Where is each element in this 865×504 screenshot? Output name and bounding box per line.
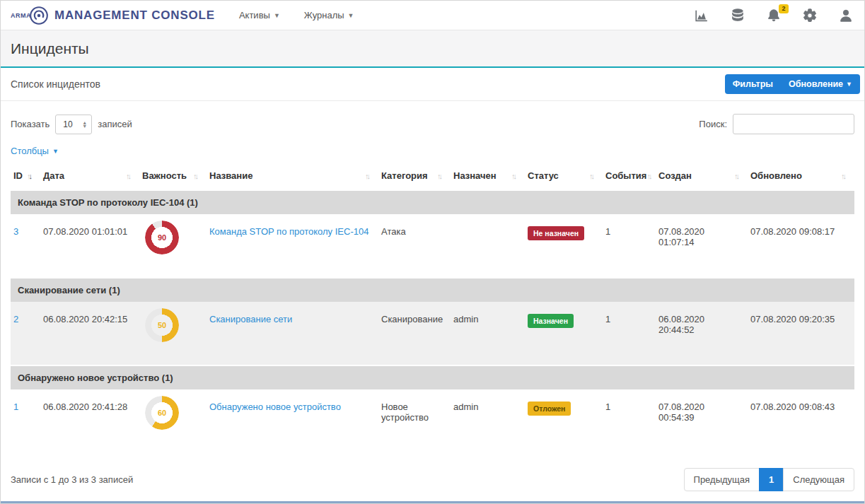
- table-footer: Записи с 1 до 3 из 3 записей Предыдущая …: [1, 452, 864, 491]
- incident-assignee: admin: [451, 389, 525, 452]
- menu-journals[interactable]: Журналы ▼: [304, 10, 354, 20]
- settings-gear-icon[interactable]: [801, 7, 818, 24]
- table-controls: Показать 10 ▲▼ записей Поиск:: [1, 101, 864, 134]
- status-badge: Отложен: [528, 402, 571, 416]
- pagination-next-button[interactable]: Следующая: [783, 468, 854, 491]
- card-actions: Фильтры Обновление ▼: [725, 74, 860, 94]
- column-header-label: Дата: [43, 170, 64, 181]
- column-header[interactable]: Обновлено ↑↓: [748, 163, 854, 190]
- chevron-down-icon: ▼: [846, 81, 852, 88]
- sort-arrows-icon: ↑↓: [646, 172, 654, 180]
- notifications-bell-icon[interactable]: 2: [765, 7, 782, 24]
- stepper-arrows-icon[interactable]: ▲▼: [82, 121, 87, 128]
- incident-events: 1: [603, 302, 656, 365]
- incident-assignee: admin: [451, 302, 525, 365]
- refresh-button-label: Обновление: [789, 79, 843, 89]
- column-header[interactable]: Название ↑↓: [207, 163, 378, 190]
- chevron-down-icon: ▼: [348, 12, 354, 19]
- sort-arrows-icon: ↑↓: [27, 172, 35, 180]
- columns-dropdown-button[interactable]: Столбцы ▼: [11, 146, 59, 156]
- column-header[interactable]: Создан ↑↓: [656, 163, 748, 190]
- incident-id-link[interactable]: 2: [13, 314, 18, 324]
- column-header[interactable]: Статус ↑↓: [525, 163, 603, 190]
- column-header-label: Название: [209, 170, 252, 181]
- column-header-label: Статус: [528, 170, 559, 181]
- incident-updated: 07.08.2020 09:20:35: [748, 302, 854, 365]
- column-header-label: События: [605, 170, 646, 181]
- incident-updated: 07.08.2020 09:08:43: [748, 389, 854, 452]
- incident-name-link[interactable]: Обнаружено новое устройство: [209, 402, 341, 412]
- arma-logo[interactable]: ARMA MANAGEMENT CONSOLE: [11, 6, 215, 25]
- incident-category: Сканирование: [378, 302, 451, 365]
- column-header-label: Обновлено: [750, 170, 802, 181]
- incident-row: 3 07.08.2020 01:01:01 90 Команда STOP по…: [11, 214, 854, 278]
- chevron-down-icon: ▼: [52, 148, 59, 155]
- column-header-label: Назначен: [453, 170, 497, 181]
- incident-assignee: [451, 214, 525, 278]
- sort-arrows-icon: ↑↓: [734, 172, 742, 180]
- column-header-label: Создан: [658, 170, 692, 181]
- incident-name-link[interactable]: Сканирование сети: [209, 314, 292, 324]
- incident-id-link[interactable]: 1: [13, 402, 18, 412]
- records-label: записей: [98, 119, 132, 129]
- menu-assets[interactable]: Активы ▼: [239, 10, 280, 20]
- page-length-value: 10: [63, 119, 72, 129]
- page-title: Инциденты: [11, 40, 89, 57]
- column-header[interactable]: Важность ↑↓: [139, 163, 207, 190]
- incident-date: 06.08.2020 20:42:15: [40, 302, 139, 365]
- pagination-previous-button[interactable]: Предыдущая: [684, 468, 760, 491]
- incident-created: 07.08.2020 01:07:14: [656, 214, 748, 278]
- refresh-dropdown-button[interactable]: Обновление ▼: [781, 74, 860, 94]
- incident-category: Атака: [378, 214, 451, 278]
- page-length-control: Показать 10 ▲▼ записей: [11, 115, 132, 134]
- incidents-table-body: Команда STOP по протоколу IEC-104 (1) 3 …: [11, 190, 854, 452]
- filters-button[interactable]: Фильтры: [725, 74, 781, 94]
- show-label: Показать: [11, 119, 50, 129]
- columns-button-label: Столбцы: [11, 146, 49, 156]
- page-length-stepper[interactable]: 10 ▲▼: [55, 115, 92, 134]
- table-header-row: ID ↑↓ Дата ↑↓ Важность ↑↓ Название ↑↓ Ка…: [11, 163, 854, 190]
- card-header: Список инцидентов Фильтры Обновление ▼: [1, 68, 864, 101]
- sort-arrows-icon: ↑↓: [589, 172, 597, 180]
- status-badge: Не назначен: [528, 226, 584, 240]
- incident-name-link[interactable]: Команда STOP по протоколу IEC-104: [209, 226, 368, 237]
- sort-arrows-icon: ↑↓: [365, 172, 373, 180]
- column-header[interactable]: Дата ↑↓: [40, 163, 139, 190]
- group-title: Обнаружено новое устройство (1): [11, 365, 854, 389]
- sort-arrows-icon: ↑↓: [193, 172, 201, 180]
- column-header[interactable]: ID ↑↓: [11, 163, 40, 190]
- pagination-page-1-button[interactable]: 1: [759, 468, 784, 491]
- notification-count-badge: 2: [779, 4, 789, 13]
- severity-value: 90: [145, 221, 179, 254]
- severity-value: 60: [145, 396, 179, 430]
- sort-arrows-icon: ↑↓: [126, 172, 134, 180]
- group-row: Команда STOP по протоколу IEC-104 (1): [11, 190, 854, 214]
- column-header[interactable]: События ↑↓: [603, 163, 656, 190]
- chevron-down-icon: ▼: [274, 12, 280, 19]
- user-profile-icon[interactable]: [837, 7, 854, 24]
- severity-donut: 50: [145, 308, 179, 342]
- column-header-label: Важность: [142, 170, 187, 181]
- incident-date: 07.08.2020 01:01:01: [40, 214, 139, 278]
- group-title: Команда STOP по протоколу IEC-104 (1): [11, 190, 854, 214]
- incident-category: Новое устройство: [378, 389, 451, 452]
- severity-donut: 90: [145, 221, 179, 254]
- incident-id-link[interactable]: 3: [13, 226, 18, 237]
- sort-arrows-icon: ↑↓: [511, 172, 519, 180]
- column-header[interactable]: Категория ↑↓: [378, 163, 451, 190]
- top-navbar: ARMA MANAGEMENT CONSOLE Активы ▼ Журналы…: [1, 1, 864, 30]
- group-row: Сканирование сети (1): [11, 278, 854, 302]
- column-header[interactable]: Назначен ↑↓: [451, 163, 525, 190]
- dashboard-chart-icon[interactable]: [693, 7, 710, 24]
- search-input[interactable]: [733, 114, 854, 134]
- search-control: Поиск:: [699, 114, 854, 134]
- incident-created: 07.08.2020 00:54:39: [656, 389, 748, 452]
- pagination: Предыдущая 1 Следующая: [684, 468, 854, 491]
- navbar-icon-group: 2: [693, 7, 854, 24]
- incident-updated: 07.08.2020 09:08:17: [748, 214, 854, 278]
- records-info: Записи с 1 до 3 из 3 записей: [11, 474, 133, 485]
- database-icon[interactable]: [729, 7, 746, 24]
- search-label: Поиск:: [699, 119, 727, 129]
- menu-journals-label: Журналы: [304, 10, 344, 20]
- brand-title: MANAGEMENT CONSOLE: [54, 8, 215, 23]
